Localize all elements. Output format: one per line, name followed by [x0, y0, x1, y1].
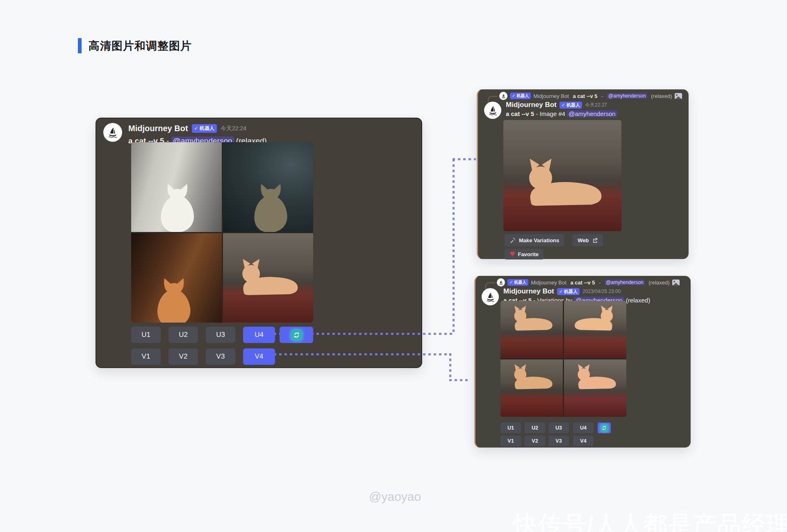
verified-bot-badge: ✓ 机器人	[510, 93, 531, 99]
midjourney-bot-avatar[interactable]	[103, 123, 122, 142]
button-u4[interactable]: U4	[243, 327, 275, 343]
action-button-row: Make Variations Web	[505, 234, 603, 246]
section-title-block: 高清图片和调整图片	[78, 38, 192, 53]
variation-image-1[interactable]	[500, 301, 563, 358]
cat-silhouette	[514, 152, 611, 214]
reroll-button[interactable]	[598, 423, 611, 433]
site-watermark: 快传号/人人都是产品经理	[513, 509, 787, 532]
button-u1[interactable]: U1	[500, 423, 521, 433]
connector-upscale-vertical	[453, 159, 455, 334]
favorite-label: Favorite	[518, 251, 539, 257]
make-variations-button[interactable]: Make Variations	[505, 234, 564, 246]
button-u2[interactable]: U2	[168, 327, 198, 343]
reply-mention[interactable]: @amyhenderson	[605, 280, 645, 285]
message-header: Midjourney Bot ✓ 机器人 2023/04/25 23:00	[503, 287, 621, 296]
generated-image-1[interactable]	[131, 142, 222, 232]
variation-image-3[interactable]	[500, 359, 563, 417]
variation-button-row: V1 V2 V3 V4	[475, 436, 615, 446]
page: 高清图片和调整图片 Midjourney Bot ✓ 机器人 今天22:24 a…	[0, 0, 787, 532]
web-button[interactable]: Web	[573, 234, 603, 246]
favorite-button[interactable]: ♥ Favorite	[505, 249, 544, 259]
midjourney-bot-avatar[interactable]	[482, 288, 499, 305]
variation-button-row: V1 V2 V3 V4	[131, 348, 353, 365]
sailboat-icon	[107, 126, 119, 139]
reply-prompt: a cat --v 5	[573, 93, 598, 99]
variations-image-grid	[500, 301, 626, 417]
upscale-button-row: U1 U2 U3 U4	[475, 423, 615, 433]
button-v1[interactable]: V1	[131, 348, 161, 365]
message-timestamp: 今天22:27	[585, 102, 607, 109]
reply-bot-avatar	[499, 92, 507, 100]
sailboat-icon	[487, 105, 498, 116]
cat-silhouette	[145, 172, 208, 232]
prompt-text: a cat --v 5	[506, 110, 534, 117]
button-u3[interactable]: U3	[548, 423, 569, 433]
button-v2[interactable]: V2	[168, 348, 198, 365]
button-v3[interactable]: V3	[206, 348, 235, 365]
button-v4[interactable]: V4	[573, 436, 594, 446]
verified-bot-badge: ✓ 机器人	[557, 288, 580, 295]
image-attachment-icon	[672, 280, 680, 286]
sailboat-icon	[498, 280, 504, 285]
button-u2[interactable]: U2	[525, 423, 545, 433]
generated-image-4[interactable]	[223, 233, 314, 323]
favorite-button-row: ♥ Favorite	[505, 249, 544, 259]
external-link-icon	[592, 237, 598, 243]
connector-variation-horizontal	[268, 353, 451, 355]
reply-mention[interactable]: @amyhenderson	[607, 93, 647, 99]
refresh-icon	[600, 424, 608, 432]
variation-image-4[interactable]	[564, 359, 626, 417]
upscaled-image[interactable]	[503, 120, 621, 231]
heart-icon: ♥	[510, 251, 515, 257]
web-label: Web	[578, 237, 589, 243]
button-u3[interactable]: U3	[206, 327, 235, 343]
title-accent-bar	[78, 38, 82, 53]
reply-preview[interactable]: ✓ 机器人 Midjourney Bot a cat --v 5 - @amyh…	[497, 278, 680, 286]
upscaled-result-card: ✓ 机器人 Midjourney Bot a cat --v 5 - @amyh…	[477, 89, 689, 259]
bot-name[interactable]: Midjourney Bot	[128, 124, 188, 133]
message-timestamp: 今天22:24	[221, 125, 246, 132]
reroll-button[interactable]	[280, 327, 313, 343]
make-variations-label: Make Variations	[519, 237, 559, 243]
reply-separator: -	[600, 93, 605, 99]
variations-result-card: ✓ 机器人 Midjourney Bot a cat --v 5 - @amyh…	[474, 276, 691, 448]
button-v4[interactable]: V4	[243, 348, 275, 365]
upscale-button-row: U1 U2 U3 U4	[131, 327, 353, 343]
reply-mode: (relaxed)	[650, 93, 672, 99]
bot-name[interactable]: Midjourney Bot	[503, 287, 554, 296]
magic-wand-icon	[510, 237, 516, 243]
cat-silhouette	[231, 247, 305, 308]
cat-silhouette	[239, 172, 300, 232]
cat-silhouette	[135, 266, 211, 323]
button-v2[interactable]: V2	[525, 436, 545, 446]
reply-bot-name: Midjourney Bot	[531, 280, 568, 286]
midjourney-bot-avatar[interactable]	[484, 102, 501, 119]
page-title: 高清图片和调整图片	[89, 39, 192, 53]
button-v3[interactable]: V3	[548, 436, 569, 446]
sailboat-icon	[485, 291, 496, 302]
connector-upscale-into-card	[453, 158, 476, 160]
message-header: Midjourney Bot ✓ 机器人 今天22:24	[128, 124, 246, 133]
button-v1[interactable]: V1	[500, 436, 521, 446]
reply-mode: (relaxed)	[647, 280, 670, 286]
button-u4[interactable]: U4	[573, 423, 594, 433]
author-watermark: @yaoyao	[369, 490, 421, 504]
button-u1[interactable]: U1	[131, 327, 161, 343]
image-attachment-icon	[675, 93, 682, 99]
message-header: Midjourney Bot ✓ 机器人 今天22:27	[506, 101, 607, 109]
reply-bot-avatar	[497, 278, 505, 286]
refresh-icon	[291, 330, 302, 341]
cat-silhouette	[506, 359, 557, 408]
result-message: a cat --v 5 - Image #4 @amyhenderson	[506, 110, 617, 117]
cat-silhouette	[570, 359, 621, 408]
user-mention[interactable]: @amyhenderson	[567, 110, 617, 117]
generated-image-3[interactable]	[131, 233, 222, 323]
message-timestamp: 2023/04/25 23:00	[582, 289, 621, 294]
verified-bot-badge: ✓ 机器人	[192, 124, 217, 133]
bot-name[interactable]: Midjourney Bot	[506, 101, 557, 109]
reply-preview[interactable]: ✓ 机器人 Midjourney Bot a cat --v 5 - @amyh…	[499, 92, 682, 100]
connector-variation-vertical	[449, 353, 451, 381]
variation-image-2[interactable]	[564, 301, 626, 358]
cat-silhouette	[570, 301, 621, 349]
generated-image-2[interactable]	[223, 142, 314, 232]
